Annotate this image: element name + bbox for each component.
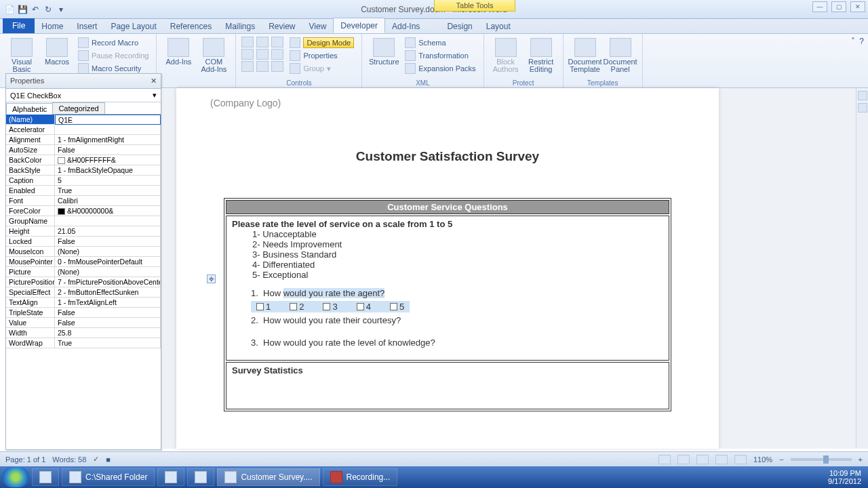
taskbar-recording[interactable]: Recording... bbox=[323, 468, 398, 486]
tab-categorized[interactable]: Categorized bbox=[52, 102, 104, 114]
gutter-icon[interactable] bbox=[858, 91, 867, 100]
prop-key[interactable]: SpecialEffect bbox=[6, 287, 55, 298]
prop-value[interactable]: 0 - fmMousePointerDefault bbox=[55, 257, 161, 267]
prop-value[interactable]: 1 - fmTextAlignLeft bbox=[55, 298, 161, 308]
checkbox-5[interactable]: 5 bbox=[390, 302, 404, 312]
zoom-out-button[interactable]: − bbox=[779, 455, 783, 464]
tab-add-ins[interactable]: Add-Ins bbox=[385, 19, 427, 33]
help-icon[interactable]: ? bbox=[859, 37, 864, 46]
prop-key[interactable]: BackStyle bbox=[6, 165, 55, 176]
tab-file[interactable]: File bbox=[3, 18, 35, 33]
close-button[interactable]: ✕ bbox=[850, 1, 865, 12]
taskbar-ie[interactable] bbox=[32, 468, 59, 486]
checkbox-3[interactable]: 3 bbox=[323, 302, 337, 312]
record-macro-button[interactable]: Record Macro bbox=[76, 37, 151, 49]
prop-value[interactable]: True bbox=[55, 186, 161, 196]
prop-key[interactable]: AutoSize bbox=[6, 145, 55, 155]
prop-key[interactable]: MouseIcon bbox=[6, 247, 55, 257]
prop-value[interactable]: True bbox=[55, 338, 161, 348]
maximize-button[interactable]: ▢ bbox=[831, 1, 846, 12]
prop-value[interactable]: 25.8 bbox=[55, 328, 161, 338]
visual-basic-button[interactable]: Visual Basic bbox=[5, 37, 38, 75]
prop-value[interactable]: &H00000000& bbox=[55, 206, 161, 216]
taskbar-word[interactable]: Customer Survey.... bbox=[217, 468, 319, 486]
document-page[interactable]: (Company Logo) Customer Satisfaction Sur… bbox=[176, 88, 719, 449]
tab-review[interactable]: Review bbox=[262, 19, 302, 33]
prop-value[interactable]: 7 - fmPicturePositionAboveCenter bbox=[55, 277, 161, 287]
prop-value[interactable]: 2 - fmButtonEffectSunken bbox=[55, 287, 161, 298]
prop-key[interactable]: Accelerator bbox=[6, 125, 55, 135]
taskbar-app[interactable] bbox=[187, 468, 214, 486]
tab-references[interactable]: References bbox=[163, 19, 218, 33]
addins-button[interactable]: Add-Ins bbox=[162, 37, 195, 67]
tab-view[interactable]: View bbox=[302, 19, 334, 33]
macros-button[interactable]: Macros bbox=[41, 37, 73, 67]
prop-value[interactable]: False bbox=[55, 237, 161, 247]
tab-design[interactable]: Design bbox=[440, 19, 479, 33]
prop-value[interactable]: Q1E bbox=[55, 115, 161, 125]
undo-icon[interactable]: ↶ bbox=[30, 4, 41, 15]
properties-title[interactable]: Properties ✕ bbox=[6, 74, 161, 89]
minimize-ribbon-icon[interactable]: ˄ bbox=[851, 37, 855, 46]
prop-value[interactable] bbox=[55, 125, 161, 135]
prop-value[interactable]: False bbox=[55, 145, 161, 155]
checkbox-1[interactable]: 1 bbox=[256, 302, 271, 312]
transformation-button[interactable]: Transformation bbox=[403, 49, 477, 62]
view-web-layout[interactable] bbox=[696, 455, 709, 464]
restrict-editing-button[interactable]: Restrict Editing bbox=[525, 37, 557, 75]
prop-key[interactable]: Alignment bbox=[6, 135, 55, 145]
prop-key[interactable]: Height bbox=[6, 226, 55, 237]
gutter-icon[interactable] bbox=[858, 103, 867, 113]
controls-gallery[interactable] bbox=[241, 37, 285, 72]
prop-value[interactable]: (None) bbox=[55, 247, 161, 257]
save-icon[interactable]: 💾 bbox=[17, 4, 28, 15]
prop-value[interactable]: &H00FFFFFF& bbox=[55, 155, 161, 165]
zoom-slider[interactable] bbox=[791, 458, 852, 461]
prop-value[interactable]: False bbox=[55, 318, 161, 328]
prop-key[interactable]: TripleState bbox=[6, 308, 55, 318]
start-button[interactable] bbox=[2, 467, 29, 487]
properties-grid[interactable]: (Name)Q1EAcceleratorAlignment1 - fmAlign… bbox=[6, 115, 161, 348]
prop-key[interactable]: Picture bbox=[6, 267, 55, 277]
checkbox-4[interactable]: 4 bbox=[357, 302, 371, 312]
prop-key[interactable]: Caption bbox=[6, 176, 55, 186]
spellcheck-icon[interactable]: ✓ bbox=[93, 455, 99, 464]
schema-button[interactable]: Schema bbox=[403, 37, 477, 49]
view-outline[interactable] bbox=[715, 455, 728, 464]
view-full-screen[interactable] bbox=[677, 455, 690, 464]
tab-mailings[interactable]: Mailings bbox=[218, 19, 262, 33]
tab-developer[interactable]: Developer bbox=[333, 18, 385, 33]
prop-key[interactable]: WordWrap bbox=[6, 338, 55, 348]
prop-key[interactable]: BackColor bbox=[6, 155, 55, 165]
zoom-level[interactable]: 110% bbox=[753, 455, 772, 464]
prop-value[interactable]: 21.05 bbox=[55, 226, 161, 237]
qat-more-icon[interactable]: ▾ bbox=[56, 4, 66, 15]
tab-page-layout[interactable]: Page Layout bbox=[104, 19, 163, 33]
prop-key[interactable]: Value bbox=[6, 318, 55, 328]
page-indicator[interactable]: Page: 1 of 1 bbox=[5, 455, 45, 464]
prop-value[interactable]: (None) bbox=[55, 267, 161, 277]
document-template-button[interactable]: Document Template bbox=[569, 37, 601, 75]
prop-key[interactable]: GroupName bbox=[6, 216, 55, 226]
prop-key[interactable]: MousePointer bbox=[6, 257, 55, 267]
prop-key[interactable]: ForeColor bbox=[6, 206, 55, 216]
checkbox-2[interactable]: 2 bbox=[290, 302, 304, 312]
prop-key[interactable]: Font bbox=[6, 196, 55, 206]
prop-key[interactable]: Locked bbox=[6, 237, 55, 247]
design-mode-button[interactable]: Design Mode bbox=[288, 37, 356, 49]
tab-alphabetic[interactable]: Alphabetic bbox=[6, 103, 53, 115]
view-print-layout[interactable] bbox=[658, 455, 671, 464]
com-addins-button[interactable]: COM Add-Ins bbox=[197, 37, 230, 75]
taskbar-media[interactable] bbox=[157, 468, 184, 486]
prop-value[interactable]: Calibri bbox=[55, 196, 161, 206]
redo-icon[interactable]: ↻ bbox=[43, 4, 54, 15]
view-draft[interactable] bbox=[734, 455, 747, 464]
prop-value[interactable]: False bbox=[55, 308, 161, 318]
properties-button[interactable]: Properties bbox=[288, 49, 356, 62]
prop-key[interactable]: Enabled bbox=[6, 186, 55, 196]
system-tray[interactable]: 10:09 PM 9/17/2012 bbox=[821, 468, 868, 487]
properties-object-selector[interactable]: Q1E CheckBox▾ bbox=[6, 89, 161, 102]
prop-key[interactable]: (Name) bbox=[6, 115, 55, 125]
prop-value[interactable] bbox=[55, 216, 161, 226]
expansion-packs-button[interactable]: Expansion Packs bbox=[403, 62, 477, 75]
